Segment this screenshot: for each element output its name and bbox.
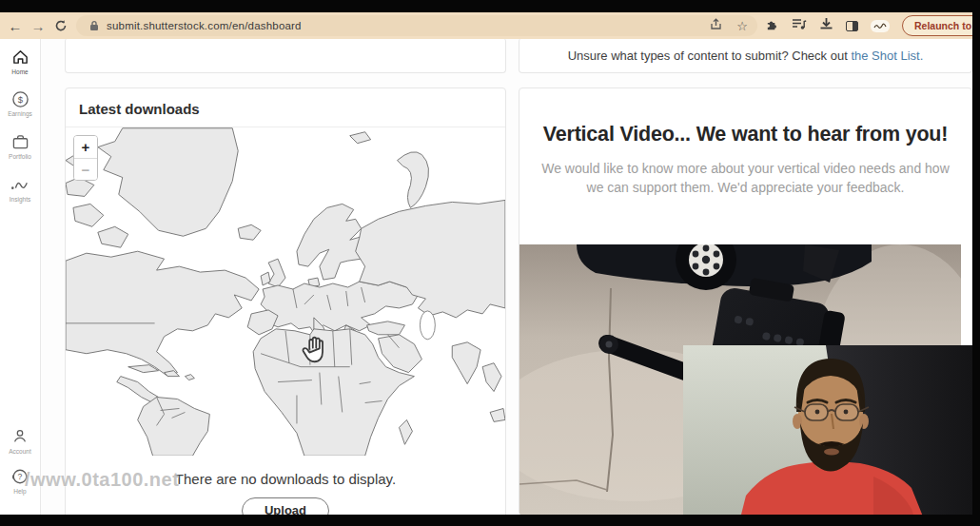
- presenter-webcam: [683, 345, 972, 526]
- sidebar: Home $ Earnings Portfolio Insights: [0, 39, 41, 526]
- earnings-icon: $: [0, 89, 40, 108]
- bookmark-star-icon[interactable]: ☆: [736, 19, 748, 33]
- svg-text:$: $: [17, 94, 23, 105]
- share-icon[interactable]: [710, 17, 723, 34]
- world-map-svg: [66, 127, 505, 456]
- vertical-video-description: We would like to know more about your ve…: [534, 159, 958, 198]
- vertical-video-title: Vertical Video... We want to hear from y…: [519, 123, 971, 146]
- sidebar-item-insights[interactable]: Insights: [0, 175, 40, 203]
- reload-icon: [54, 19, 68, 32]
- latest-downloads-title: Latest downloads: [66, 88, 505, 127]
- map-zoom-out-button[interactable]: −: [74, 158, 97, 180]
- sidebar-item-portfolio[interactable]: Portfolio: [0, 132, 40, 160]
- reload-button[interactable]: [49, 14, 72, 37]
- shot-list-notice-card: Unsure what types of content to submit? …: [519, 38, 972, 73]
- relaunch-to-update-button[interactable]: Relaunch to update: [902, 15, 980, 36]
- side-panel-icon[interactable]: [846, 21, 858, 31]
- latest-downloads-card: Latest downloads: [65, 88, 506, 526]
- svg-text:?: ?: [18, 472, 23, 481]
- downloads-world-map[interactable]: + −: [66, 127, 505, 456]
- home-icon: [0, 48, 40, 67]
- lock-icon: [89, 20, 99, 31]
- watermark: /www.0ta100.net: [25, 469, 179, 491]
- webcam-overlay: [683, 345, 972, 526]
- screen: ← → submit.shutterstock.com/en/dashboard…: [0, 0, 980, 526]
- url-text[interactable]: submit.shutterstock.com/en/dashboard: [107, 20, 302, 31]
- grab-hand-cursor-icon: [300, 333, 332, 373]
- account-icon: [0, 427, 40, 446]
- sidebar-item-home[interactable]: Home: [0, 48, 40, 75]
- scrolled-card-partial: [65, 38, 506, 73]
- downloads-icon[interactable]: [819, 17, 833, 34]
- bottom-letterbox-bar: [0, 515, 980, 526]
- playlist-icon[interactable]: [792, 17, 807, 34]
- right-letterbox-bar: [972, 0, 980, 526]
- top-letterbox-bar: [0, 0, 980, 12]
- insights-icon: [0, 175, 40, 194]
- sidebar-item-account[interactable]: Account: [0, 427, 40, 455]
- sidebar-item-earnings[interactable]: $ Earnings: [0, 89, 40, 117]
- shot-list-notice-text: Unsure what types of content to submit? …: [568, 49, 852, 63]
- shot-list-link[interactable]: the Shot List.: [851, 49, 923, 63]
- back-button[interactable]: ←: [4, 14, 27, 37]
- extensions-puzzle-icon[interactable]: [765, 17, 779, 35]
- forward-button[interactable]: →: [27, 14, 49, 37]
- portfolio-icon: [0, 132, 40, 151]
- browser-toolbar: ← → submit.shutterstock.com/en/dashboard…: [0, 12, 980, 39]
- map-zoom-in-button[interactable]: +: [74, 136, 97, 158]
- map-zoom-control: + −: [73, 135, 98, 181]
- url-bar[interactable]: submit.shutterstock.com/en/dashboard ☆: [76, 15, 757, 36]
- extension-favicon[interactable]: [871, 20, 890, 32]
